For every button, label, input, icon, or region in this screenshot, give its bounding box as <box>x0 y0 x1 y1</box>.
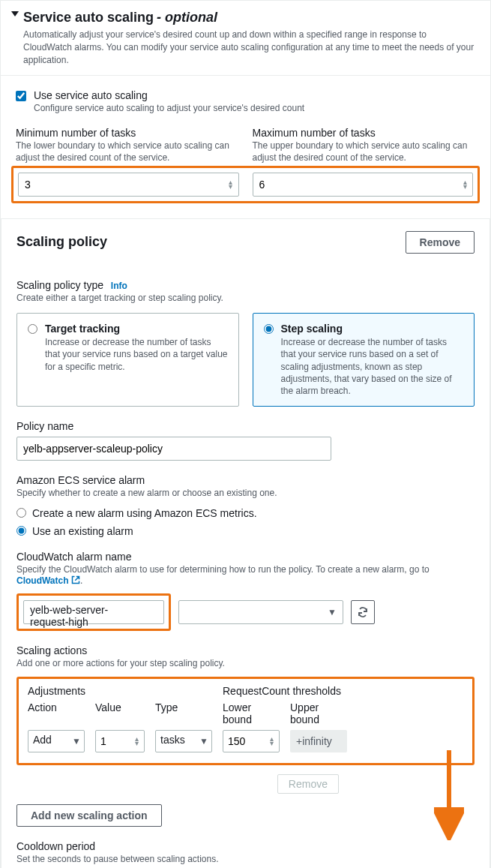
ecs-alarm-desc: Specify whether to create a new alarm or… <box>16 488 475 500</box>
cw-alarm-desc: Specify the CloudWatch alarm to use for … <box>16 564 475 587</box>
create-alarm-option[interactable]: Create a new alarm using Amazon ECS metr… <box>16 507 475 519</box>
ecs-alarm-label: Amazon ECS service alarm <box>16 474 475 486</box>
min-tasks-label: Minimum number of tasks <box>16 127 239 139</box>
step-scaling-desc: Increase or decrease the number of tasks… <box>281 336 464 397</box>
target-tracking-card[interactable]: Target tracking Increase or decrease the… <box>16 313 239 407</box>
chevron-down-icon: ▼ <box>328 607 337 617</box>
value-col-label: Value <box>95 701 145 725</box>
step-scaling-radio[interactable] <box>264 324 274 334</box>
target-tracking-title: Target tracking <box>45 323 228 335</box>
scaling-policy-panel: Scaling policy Remove Scaling policy typ… <box>1 218 490 868</box>
action-select[interactable]: Add ▼ <box>28 730 85 752</box>
scaling-actions-label: Scaling actions <box>16 644 475 656</box>
refresh-button[interactable] <box>351 600 375 624</box>
use-auto-scaling-label: Use service auto scaling <box>34 89 304 101</box>
max-tasks-label: Maximum number of tasks <box>253 127 476 139</box>
use-auto-scaling-checkbox[interactable] <box>16 91 26 101</box>
upper-col-label: Upper bound <box>290 701 347 725</box>
stepper-icon[interactable] <box>266 737 277 746</box>
info-link[interactable]: Info <box>111 281 127 291</box>
cooldown-label: Cooldown period <box>16 840 475 852</box>
action-col-label: Action <box>28 701 85 725</box>
tasks-highlight <box>11 166 480 203</box>
stepper-icon[interactable] <box>460 180 470 189</box>
chevron-down-icon: ▼ <box>199 736 208 746</box>
cooldown-desc: Set the seconds to pause between scaling… <box>16 854 475 866</box>
step-scaling-card[interactable]: Step scaling Increase or decrease the nu… <box>253 313 475 407</box>
lower-col-label: Lower bound <box>223 701 280 725</box>
stepper-icon[interactable] <box>131 737 142 746</box>
auto-scaling-header[interactable]: Service auto scaling - optional Automati… <box>1 1 490 75</box>
cloudwatch-link[interactable]: CloudWatch <box>16 575 80 586</box>
step-scaling-title: Step scaling <box>281 323 464 335</box>
cw-alarm-dropdown[interactable]: yelb-web-server-request-high <box>23 600 164 624</box>
min-tasks-input[interactable] <box>18 173 239 197</box>
add-scaling-action-button[interactable]: Add new scaling action <box>16 804 162 827</box>
stepper-icon[interactable] <box>226 180 236 189</box>
auto-scaling-title: Service auto scaling <box>23 10 154 25</box>
type-select[interactable]: tasks ▼ <box>155 730 212 752</box>
adjustments-header: Adjustments <box>28 685 223 697</box>
adjustments-highlight: Adjustments RequestCount thresholds Acti… <box>16 677 475 765</box>
external-link-icon <box>71 575 80 584</box>
scaling-policy-title: Scaling policy <box>16 234 107 250</box>
remove-action-button[interactable]: Remove <box>277 774 339 794</box>
cw-alarm-label: CloudWatch alarm name <box>16 551 475 563</box>
upper-bound-readonly: +infinity <box>290 730 347 752</box>
existing-alarm-option[interactable]: Use an existing alarm <box>16 525 475 537</box>
policy-type-label: Scaling policy type <box>16 279 103 291</box>
remove-policy-button[interactable]: Remove <box>406 231 475 254</box>
thresholds-header: RequestCount thresholds <box>223 685 463 697</box>
target-tracking-desc: Increase or decrease the number of tasks… <box>45 336 228 373</box>
existing-alarm-radio[interactable] <box>16 526 26 536</box>
scaling-actions-desc: Add one or more actions for your step sc… <box>16 658 475 670</box>
max-tasks-desc: The upper boundary to which service auto… <box>253 140 476 164</box>
auto-scaling-desc: Automatically adjust your service's desi… <box>23 29 475 66</box>
cw-alarm-dropdown-ext[interactable]: ▼ <box>178 600 343 624</box>
optional-label: - optional <box>157 10 217 25</box>
target-tracking-radio[interactable] <box>28 324 37 334</box>
refresh-icon <box>357 606 369 618</box>
use-auto-scaling-desc: Configure service auto scaling to adjust… <box>34 103 304 113</box>
expand-caret-icon <box>11 11 19 17</box>
policy-type-desc: Create either a target tracking or step … <box>16 293 475 305</box>
type-col-label: Type <box>155 701 212 725</box>
create-alarm-radio[interactable] <box>16 508 26 518</box>
auto-scaling-panel: Service auto scaling - optional Automati… <box>0 0 491 868</box>
policy-name-label: Policy name <box>16 420 475 432</box>
max-tasks-input[interactable] <box>253 173 474 197</box>
min-tasks-desc: The lower boundary to which service auto… <box>16 140 239 164</box>
chevron-down-icon: ▼ <box>72 736 81 746</box>
policy-name-input[interactable] <box>16 437 331 461</box>
